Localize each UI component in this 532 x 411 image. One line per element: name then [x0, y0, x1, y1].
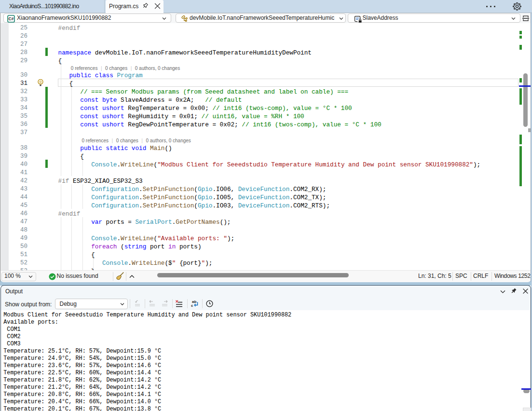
- svg-text:C#: C#: [9, 16, 14, 21]
- svg-text:c: c: [191, 303, 193, 308]
